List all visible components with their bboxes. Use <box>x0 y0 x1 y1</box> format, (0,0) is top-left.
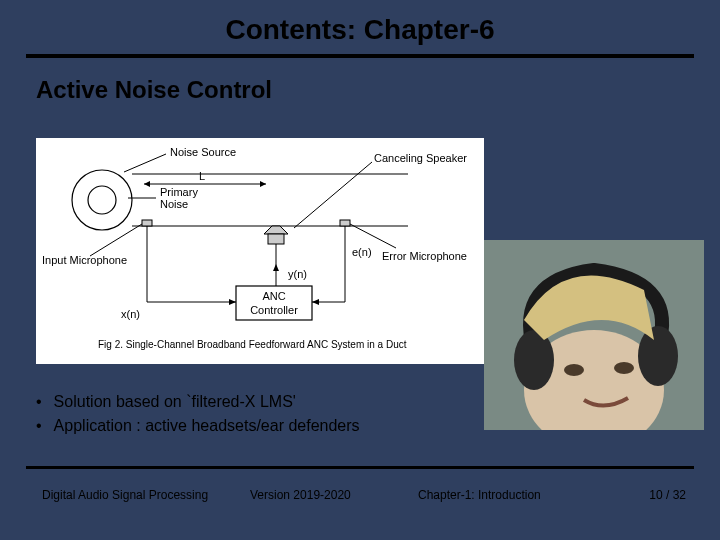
diagram-caption: Fig 2. Single-Channel Broadband Feedforw… <box>98 339 407 350</box>
svg-point-29 <box>564 364 584 376</box>
anc-diagram: L ANC Controller x(n) y(n) <box>36 138 484 364</box>
label-e: e(n) <box>352 246 372 258</box>
label-canceling-speaker: Canceling Speaker <box>374 152 467 164</box>
page-sep: / <box>663 488 673 502</box>
svg-marker-6 <box>260 181 266 187</box>
svg-point-31 <box>514 330 554 390</box>
headset-photo <box>484 240 704 430</box>
svg-point-3 <box>88 186 116 214</box>
svg-point-2 <box>72 170 132 230</box>
slide-title: Contents: Chapter-6 <box>0 0 720 46</box>
svg-point-30 <box>614 362 634 374</box>
svg-line-26 <box>350 224 396 248</box>
svg-rect-7 <box>142 220 152 226</box>
svg-line-23 <box>294 162 372 228</box>
label-anc-2: Controller <box>250 304 298 316</box>
svg-marker-5 <box>144 181 150 187</box>
svg-marker-16 <box>229 299 236 305</box>
label-error-mic: Error Microphone <box>382 250 467 262</box>
label-L: L <box>199 170 205 182</box>
bullet-marker: • <box>36 390 42 414</box>
svg-marker-18 <box>273 264 279 271</box>
svg-line-25 <box>90 224 142 256</box>
footer-chapter: Chapter-1: Introduction <box>418 488 541 502</box>
bullet-text: Solution based on `filtered-X LMS' <box>54 390 296 414</box>
label-primary-2: Noise <box>160 198 188 210</box>
svg-marker-21 <box>312 299 319 305</box>
page-total: 32 <box>673 488 686 502</box>
bullet-marker: • <box>36 414 42 438</box>
footer-page: 10 / 32 <box>649 488 686 502</box>
label-primary-1: Primary <box>160 186 198 198</box>
slide: Contents: Chapter-6 Active Noise Control… <box>0 0 720 540</box>
label-y: y(n) <box>288 268 307 280</box>
divider-bottom <box>26 466 694 469</box>
page-current: 10 <box>649 488 662 502</box>
label-anc-1: ANC <box>262 290 285 302</box>
bullet-item: • Solution based on `filtered-X LMS' <box>36 390 360 414</box>
bullet-item: • Application : active headsets/ear defe… <box>36 414 360 438</box>
footer-course: Digital Audio Signal Processing <box>42 488 208 502</box>
label-input-mic: Input Microphone <box>42 254 127 266</box>
svg-rect-9 <box>268 234 284 244</box>
svg-line-22 <box>124 154 166 172</box>
svg-rect-11 <box>340 220 350 226</box>
label-noise-source: Noise Source <box>170 146 236 158</box>
svg-point-32 <box>638 326 678 386</box>
bullet-list: • Solution based on `filtered-X LMS' • A… <box>36 390 360 438</box>
label-x: x(n) <box>121 308 140 320</box>
footer-version: Version 2019-2020 <box>250 488 351 502</box>
slide-subtitle: Active Noise Control <box>0 58 720 104</box>
bullet-text: Application : active headsets/ear defend… <box>54 414 360 438</box>
